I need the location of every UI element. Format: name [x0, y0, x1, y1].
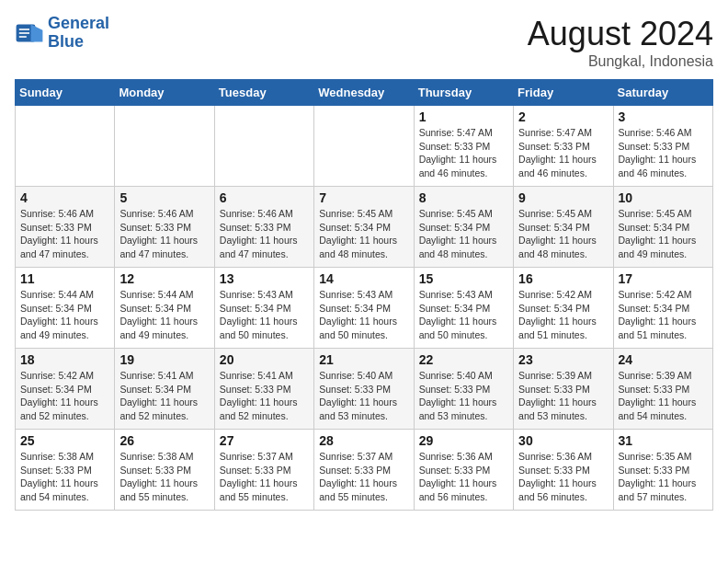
calendar-cell: 5Sunrise: 5:46 AM Sunset: 5:33 PM Daylig…: [115, 187, 214, 268]
calendar-cell: 6Sunrise: 5:46 AM Sunset: 5:33 PM Daylig…: [214, 187, 313, 268]
day-number: 20: [220, 352, 309, 367]
day-info: Sunrise: 5:45 AM Sunset: 5:34 PM Dayligh…: [319, 207, 408, 261]
calendar-cell: 16Sunrise: 5:42 AM Sunset: 5:34 PM Dayli…: [514, 268, 613, 349]
calendar-cell: 12Sunrise: 5:44 AM Sunset: 5:34 PM Dayli…: [115, 268, 214, 349]
day-info: Sunrise: 5:39 AM Sunset: 5:33 PM Dayligh…: [518, 369, 608, 423]
calendar-cell: 8Sunrise: 5:45 AM Sunset: 5:34 PM Daylig…: [414, 187, 513, 268]
day-number: 8: [419, 190, 508, 205]
svg-rect-2: [19, 29, 29, 30]
svg-rect-4: [19, 36, 27, 38]
calendar-cell: 30Sunrise: 5:36 AM Sunset: 5:33 PM Dayli…: [514, 430, 613, 511]
day-number: 3: [619, 109, 708, 124]
weekday-header-tuesday: Tuesday: [214, 80, 313, 106]
calendar-cell: 24Sunrise: 5:39 AM Sunset: 5:33 PM Dayli…: [613, 349, 712, 430]
weekday-header-friday: Friday: [514, 80, 613, 106]
day-info: Sunrise: 5:38 AM Sunset: 5:33 PM Dayligh…: [20, 450, 109, 504]
calendar-cell: [314, 106, 414, 187]
svg-marker-1: [31, 24, 43, 41]
day-number: 18: [20, 352, 109, 367]
day-number: 12: [119, 271, 209, 286]
day-number: 16: [518, 271, 608, 286]
calendar-cell: 23Sunrise: 5:39 AM Sunset: 5:33 PM Dayli…: [514, 349, 613, 430]
day-number: 1: [419, 109, 508, 124]
calendar-cell: 17Sunrise: 5:42 AM Sunset: 5:34 PM Dayli…: [613, 268, 712, 349]
weekday-header-sunday: Sunday: [16, 80, 115, 106]
calendar-cell: 7Sunrise: 5:45 AM Sunset: 5:34 PM Daylig…: [314, 187, 414, 268]
weekday-header-thursday: Thursday: [414, 80, 513, 106]
calendar-cell: 28Sunrise: 5:37 AM Sunset: 5:33 PM Dayli…: [314, 430, 414, 511]
day-number: 28: [319, 433, 408, 448]
calendar-cell: 9Sunrise: 5:45 AM Sunset: 5:34 PM Daylig…: [514, 187, 613, 268]
day-info: Sunrise: 5:46 AM Sunset: 5:33 PM Dayligh…: [619, 126, 708, 180]
calendar-title: August 2024: [528, 15, 713, 53]
logo: General Blue: [15, 15, 109, 52]
day-number: 23: [518, 352, 608, 367]
day-info: Sunrise: 5:39 AM Sunset: 5:33 PM Dayligh…: [619, 369, 708, 423]
day-info: Sunrise: 5:37 AM Sunset: 5:33 PM Dayligh…: [220, 450, 309, 504]
day-number: 13: [220, 271, 309, 286]
day-info: Sunrise: 5:43 AM Sunset: 5:34 PM Dayligh…: [220, 288, 309, 342]
logo-line2: Blue: [48, 32, 84, 51]
calendar-cell: 26Sunrise: 5:38 AM Sunset: 5:33 PM Dayli…: [115, 430, 214, 511]
calendar-cell: 14Sunrise: 5:43 AM Sunset: 5:34 PM Dayli…: [314, 268, 414, 349]
day-info: Sunrise: 5:42 AM Sunset: 5:34 PM Dayligh…: [619, 288, 708, 342]
calendar-week-3: 11Sunrise: 5:44 AM Sunset: 5:34 PM Dayli…: [16, 268, 713, 349]
calendar-week-2: 4Sunrise: 5:46 AM Sunset: 5:33 PM Daylig…: [16, 187, 713, 268]
calendar-cell: [115, 106, 214, 187]
day-info: Sunrise: 5:41 AM Sunset: 5:34 PM Dayligh…: [119, 369, 209, 423]
day-info: Sunrise: 5:37 AM Sunset: 5:33 PM Dayligh…: [319, 450, 408, 504]
calendar-cell: 10Sunrise: 5:45 AM Sunset: 5:34 PM Dayli…: [613, 187, 712, 268]
day-number: 17: [619, 271, 708, 286]
day-number: 9: [518, 190, 608, 205]
calendar-cell: [214, 106, 313, 187]
day-info: Sunrise: 5:47 AM Sunset: 5:33 PM Dayligh…: [419, 126, 508, 180]
day-info: Sunrise: 5:38 AM Sunset: 5:33 PM Dayligh…: [119, 450, 209, 504]
day-number: 6: [220, 190, 309, 205]
logo-line1: General: [48, 14, 109, 32]
day-info: Sunrise: 5:40 AM Sunset: 5:33 PM Dayligh…: [319, 369, 408, 423]
calendar-cell: 11Sunrise: 5:44 AM Sunset: 5:34 PM Dayli…: [16, 268, 115, 349]
weekday-header-wednesday: Wednesday: [314, 80, 414, 106]
calendar-cell: 19Sunrise: 5:41 AM Sunset: 5:34 PM Dayli…: [115, 349, 214, 430]
calendar-cell: 20Sunrise: 5:41 AM Sunset: 5:33 PM Dayli…: [214, 349, 313, 430]
calendar-cell: 15Sunrise: 5:43 AM Sunset: 5:34 PM Dayli…: [414, 268, 513, 349]
page-header: General Blue August 2024 Bungkal, Indone…: [15, 15, 713, 70]
calendar-cell: 27Sunrise: 5:37 AM Sunset: 5:33 PM Dayli…: [214, 430, 313, 511]
day-info: Sunrise: 5:41 AM Sunset: 5:33 PM Dayligh…: [220, 369, 309, 423]
day-number: 27: [220, 433, 309, 448]
day-number: 31: [619, 433, 708, 448]
day-info: Sunrise: 5:46 AM Sunset: 5:33 PM Dayligh…: [220, 207, 309, 261]
day-info: Sunrise: 5:36 AM Sunset: 5:33 PM Dayligh…: [419, 450, 508, 504]
calendar-cell: 2Sunrise: 5:47 AM Sunset: 5:33 PM Daylig…: [514, 106, 613, 187]
title-block: August 2024 Bungkal, Indonesia: [528, 15, 713, 70]
day-info: Sunrise: 5:47 AM Sunset: 5:33 PM Dayligh…: [518, 126, 608, 180]
day-info: Sunrise: 5:42 AM Sunset: 5:34 PM Dayligh…: [518, 288, 608, 342]
day-info: Sunrise: 5:35 AM Sunset: 5:33 PM Dayligh…: [619, 450, 708, 504]
calendar-cell: 13Sunrise: 5:43 AM Sunset: 5:34 PM Dayli…: [214, 268, 313, 349]
day-number: 30: [518, 433, 608, 448]
calendar-cell: 29Sunrise: 5:36 AM Sunset: 5:33 PM Dayli…: [414, 430, 513, 511]
calendar-week-1: 1Sunrise: 5:47 AM Sunset: 5:33 PM Daylig…: [16, 106, 713, 187]
calendar-table: SundayMondayTuesdayWednesdayThursdayFrid…: [15, 79, 713, 511]
calendar-cell: 18Sunrise: 5:42 AM Sunset: 5:34 PM Dayli…: [16, 349, 115, 430]
day-number: 19: [119, 352, 209, 367]
day-number: 14: [319, 271, 408, 286]
weekday-header-saturday: Saturday: [613, 80, 712, 106]
day-number: 26: [119, 433, 209, 448]
weekday-header-monday: Monday: [115, 80, 214, 106]
calendar-cell: 4Sunrise: 5:46 AM Sunset: 5:33 PM Daylig…: [16, 187, 115, 268]
weekday-header-row: SundayMondayTuesdayWednesdayThursdayFrid…: [16, 80, 713, 106]
logo-text: General Blue: [48, 15, 109, 52]
day-info: Sunrise: 5:46 AM Sunset: 5:33 PM Dayligh…: [20, 207, 109, 261]
calendar-cell: [16, 106, 115, 187]
svg-rect-3: [19, 32, 29, 34]
day-info: Sunrise: 5:42 AM Sunset: 5:34 PM Dayligh…: [20, 369, 109, 423]
calendar-cell: 25Sunrise: 5:38 AM Sunset: 5:33 PM Dayli…: [16, 430, 115, 511]
day-number: 4: [20, 190, 109, 205]
day-info: Sunrise: 5:45 AM Sunset: 5:34 PM Dayligh…: [419, 207, 508, 261]
calendar-cell: 1Sunrise: 5:47 AM Sunset: 5:33 PM Daylig…: [414, 106, 513, 187]
day-number: 11: [20, 271, 109, 286]
day-info: Sunrise: 5:36 AM Sunset: 5:33 PM Dayligh…: [518, 450, 608, 504]
day-info: Sunrise: 5:46 AM Sunset: 5:33 PM Dayligh…: [119, 207, 209, 261]
day-number: 10: [619, 190, 708, 205]
